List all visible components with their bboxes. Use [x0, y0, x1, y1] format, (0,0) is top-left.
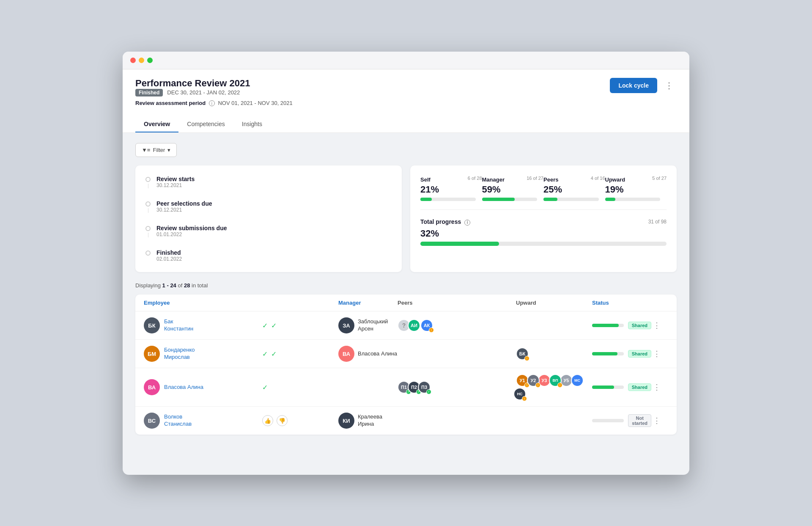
- peer-avatar-wrap: АК !: [420, 319, 433, 332]
- timeline-card: Review starts 30.12.2021 Peer selections…: [135, 165, 402, 272]
- table-row: БК БакКонстантин ✓ ✓ ЗА ЗаблоцькийАрсен …: [135, 311, 677, 340]
- self-cell: ✓: [262, 383, 338, 391]
- status-bar-track: [592, 386, 624, 389]
- upward-bar-track: [605, 198, 661, 201]
- timeline-dot: [145, 177, 151, 182]
- title-section: Performance Review 2021 Finished DEC 30,…: [135, 78, 293, 113]
- th-employee: Employee: [144, 300, 262, 306]
- timeline-dot: [145, 226, 151, 231]
- peer-avatar-wrap: П3 ✓: [420, 381, 431, 394]
- lock-cycle-button[interactable]: Lock cycle: [610, 78, 657, 93]
- total-progress-header: Total progress i 31 of 98: [420, 218, 667, 226]
- tabs: Overview Competencies Insights: [135, 116, 677, 132]
- row-menu-button[interactable]: ⋮: [651, 319, 662, 332]
- shared-badge: Shared: [628, 383, 651, 391]
- shared-badge: Shared: [628, 322, 651, 329]
- timeline-dot-col: [145, 176, 151, 188]
- row-actions: ⋮: [651, 414, 668, 427]
- check-icon: ✓: [271, 350, 277, 358]
- tab-competencies[interactable]: Competencies: [178, 116, 233, 132]
- status-bar-track: [592, 419, 624, 422]
- employee-name[interactable]: Власова Алина: [164, 384, 203, 391]
- shared-badge: Shared: [628, 350, 651, 358]
- row-menu-button[interactable]: ⋮: [651, 414, 662, 427]
- peers-bar-fill: [543, 198, 557, 201]
- info-icon: i: [209, 100, 215, 106]
- avatar: БМ: [144, 346, 160, 362]
- table-row: ВС ВолковСтанислав 👍 👎 КИ КралееваИрина: [135, 407, 677, 435]
- employee-name[interactable]: БондаренкоМирослав: [164, 347, 195, 361]
- status-row: Finished DEC 30, 2021 - JAN 02, 2022: [135, 89, 293, 96]
- manager-name: Власова Алина: [358, 350, 397, 358]
- stat-manager: Manager 16 of 27 59%: [482, 176, 544, 201]
- employee-name[interactable]: ВолковСтанислав: [164, 413, 192, 428]
- thumbs-down-icon[interactable]: 👎: [277, 415, 288, 426]
- timeline-dot-col: [145, 225, 151, 237]
- total-progress-label: Total progress i: [420, 218, 472, 226]
- avatar: ВС: [144, 413, 160, 429]
- warn-badge: !: [524, 356, 529, 361]
- tab-overview[interactable]: Overview: [135, 116, 178, 132]
- minimize-button[interactable]: [139, 58, 144, 63]
- manager-avatar: ВА: [338, 346, 354, 362]
- table-header: Employee Manager Peers Upward Status: [135, 295, 677, 311]
- table-summary: Displaying 1 - 24 of 28 in total: [135, 282, 677, 289]
- upward-avatar: МС: [571, 374, 584, 387]
- stats-card: Self 6 of 28 21% Manager 16 of 27: [410, 165, 677, 272]
- total-bar-fill: [420, 242, 499, 246]
- timeline-content: Review starts 30.12.2021: [156, 176, 195, 188]
- manager-avatar: КИ: [338, 413, 354, 429]
- total-progress-count: 31 of 98: [648, 219, 667, 225]
- warn-badge: !: [522, 396, 527, 401]
- row-actions: ⋮: [651, 347, 668, 360]
- employee-cell: ВС ВолковСтанислав: [144, 413, 262, 429]
- self-cell: 👍 👎: [262, 415, 338, 426]
- filter-button[interactable]: ▼≡ Filter ▾: [135, 143, 177, 157]
- tab-insights[interactable]: Insights: [233, 116, 271, 132]
- assessment-period: Review assessment period i NOV 01, 2021 …: [135, 100, 293, 107]
- avatar: БК: [144, 317, 160, 333]
- app-window: Performance Review 2021 Finished DEC 30,…: [123, 52, 689, 475]
- row-actions: ⋮: [651, 319, 668, 332]
- manager-cell: ЗА ЗаблоцькийАрсен: [338, 317, 398, 333]
- manager-cell: ВА Власова Алина: [338, 346, 398, 362]
- self-cell: ✓ ✓: [262, 322, 338, 330]
- row-menu-button[interactable]: ⋮: [651, 381, 662, 394]
- timeline-line: [148, 208, 148, 213]
- timeline-dot: [145, 201, 151, 207]
- check-badge: ✓: [426, 389, 431, 394]
- peer-avatar-wrap: У2 !: [529, 374, 540, 387]
- peer-avatar-wrap: ВП !: [551, 374, 562, 387]
- timeline-dot: [145, 251, 151, 256]
- timeline-item: Finished 02.01.2022: [145, 249, 392, 262]
- status-badge: Finished: [135, 89, 163, 96]
- row-menu-button[interactable]: ⋮: [651, 347, 662, 360]
- status-bar-fill: [592, 324, 619, 327]
- employee-table: Employee Manager Peers Upward Status БК …: [135, 295, 677, 435]
- more-options-button[interactable]: ⋮: [661, 78, 677, 93]
- peers-bar-track: [543, 198, 599, 201]
- not-started-badge: Notstarted: [628, 414, 651, 427]
- manager-bar-track: [482, 198, 538, 201]
- upward-cell: БК !: [516, 347, 592, 360]
- th-upward: Upward: [516, 300, 592, 306]
- status-cell: Shared: [592, 350, 651, 358]
- timeline-item: Review starts 30.12.2021: [145, 176, 392, 188]
- header-actions: Lock cycle ⋮: [610, 78, 677, 93]
- status-bar-fill: [592, 352, 617, 355]
- maximize-button[interactable]: [147, 58, 153, 63]
- th-status: Status: [592, 300, 651, 306]
- chevron-down-icon: ▾: [167, 147, 170, 153]
- employee-name[interactable]: БакКонстантин: [164, 318, 193, 333]
- check-icon: ✓: [262, 322, 268, 330]
- stat-self: Self 6 of 28 21%: [420, 176, 482, 201]
- timeline-item: Peer selections due 30.12.2021: [145, 200, 392, 213]
- status-cell: Shared: [592, 383, 651, 391]
- close-button[interactable]: [130, 58, 136, 63]
- timeline-content: Review submissions due 01.01.2022: [156, 225, 227, 237]
- th-actions: [651, 300, 668, 306]
- timeline-item: Review submissions due 01.01.2022: [145, 225, 392, 237]
- employee-cell: БК БакКонстантин: [144, 317, 262, 333]
- self-cell: ✓ ✓: [262, 350, 338, 358]
- thumbs-up-icon[interactable]: 👍: [262, 415, 273, 426]
